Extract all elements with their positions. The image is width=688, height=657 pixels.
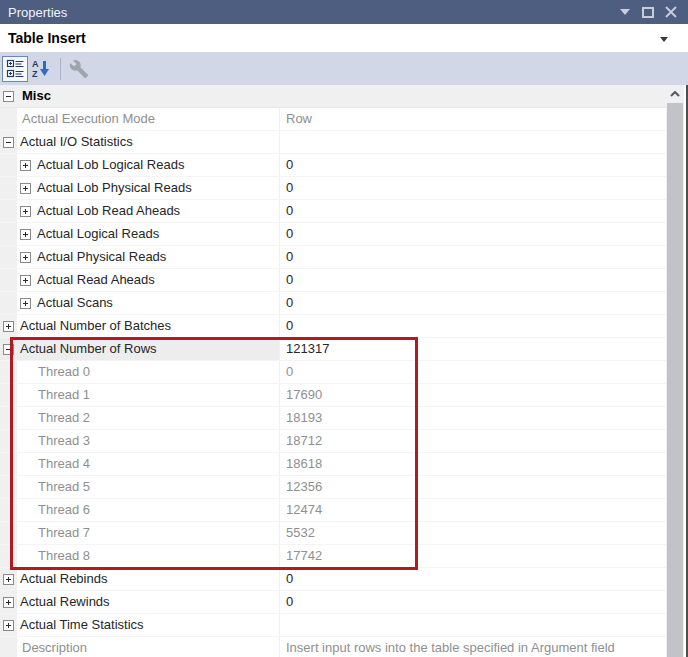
property-name: Actual Rewinds [0, 591, 280, 613]
property-value[interactable]: 17690 [281, 384, 666, 406]
property-row[interactable]: Actual Read Aheads0 [0, 269, 666, 292]
property-row[interactable]: Thread 418618 [0, 453, 666, 476]
property-value[interactable]: 17742 [281, 545, 666, 567]
property-row[interactable]: Thread 318712 [0, 430, 666, 453]
property-name: Thread 7 [0, 522, 280, 544]
property-row[interactable]: Thread 00 [0, 361, 666, 384]
property-value[interactable]: 18193 [281, 407, 666, 429]
property-row[interactable]: Thread 817742 [0, 545, 666, 568]
expand-icon[interactable] [3, 597, 14, 608]
property-value[interactable]: 121317 [281, 338, 666, 360]
property-value[interactable]: 0 [281, 568, 666, 590]
property-row[interactable]: Thread 218193 [0, 407, 666, 430]
property-row[interactable]: Actual Execution ModeRow [0, 108, 666, 131]
property-row[interactable]: DescriptionInsert input rows into the ta… [0, 637, 666, 657]
svg-text:Z: Z [32, 69, 38, 78]
property-value[interactable]: 0 [281, 591, 666, 613]
property-row[interactable]: Actual Rebinds0 [0, 568, 666, 591]
panel-titlebar[interactable]: Properties [0, 0, 688, 24]
property-name: Thread 0 [0, 361, 280, 383]
property-value[interactable]: 0 [281, 177, 666, 199]
property-row[interactable]: Thread 117690 [0, 384, 666, 407]
property-name: Thread 2 [0, 407, 280, 429]
property-value[interactable]: 0 [281, 223, 666, 245]
expand-icon[interactable] [20, 160, 31, 171]
property-row[interactable]: Thread 512356 [0, 476, 666, 499]
property-name: Thread 5 [0, 476, 280, 498]
property-value[interactable]: 0 [281, 154, 666, 176]
scroll-up-button[interactable] [666, 85, 684, 102]
object-selector[interactable]: Table Insert [0, 24, 688, 52]
property-grid: MiscActual Execution ModeRowActual I/O S… [0, 85, 666, 657]
expand-icon[interactable] [20, 252, 31, 263]
expand-icon[interactable] [20, 229, 31, 240]
expand-icon[interactable] [3, 574, 14, 585]
property-value[interactable]: 0 [281, 292, 666, 314]
panel-title: Properties [0, 5, 67, 20]
expand-icon[interactable] [20, 206, 31, 217]
window-menu-chevron-down-icon[interactable] [618, 5, 632, 19]
collapse-icon[interactable] [3, 344, 14, 355]
property-row[interactable]: Actual Lob Physical Reads0 [0, 177, 666, 200]
property-name: Actual Rebinds [0, 568, 280, 590]
expand-icon[interactable] [3, 321, 14, 332]
property-row[interactable]: Actual Lob Logical Reads0 [0, 154, 666, 177]
property-value[interactable]: 12474 [281, 499, 666, 521]
titlebar-controls [618, 5, 688, 19]
vertical-scrollbar[interactable] [666, 85, 684, 657]
property-value[interactable]: Row [281, 108, 666, 130]
close-icon[interactable] [664, 5, 678, 19]
property-row[interactable]: Thread 75532 [0, 522, 666, 545]
property-value[interactable]: 0 [281, 269, 666, 291]
property-value[interactable]: 0 [281, 200, 666, 222]
property-value[interactable]: 18712 [281, 430, 666, 452]
property-value[interactable] [281, 614, 666, 636]
property-value[interactable]: Insert input rows into the table specifi… [281, 637, 666, 657]
property-row[interactable]: Actual Time Statistics [0, 614, 666, 637]
property-row[interactable]: Actual Rewinds0 [0, 591, 666, 614]
property-name: Actual Physical Reads [0, 246, 280, 268]
property-value[interactable]: 5532 [281, 522, 666, 544]
property-row[interactable]: Actual Logical Reads0 [0, 223, 666, 246]
property-name: Thread 6 [0, 499, 280, 521]
grid-rows: MiscActual Execution ModeRowActual I/O S… [0, 85, 666, 657]
collapse-icon[interactable] [3, 91, 14, 102]
expand-icon[interactable] [20, 275, 31, 286]
property-value[interactable]: 18618 [281, 453, 666, 475]
category-row[interactable]: Misc [0, 85, 666, 108]
category-label: Misc [0, 85, 666, 107]
property-name: Actual Lob Logical Reads [0, 154, 280, 176]
property-row[interactable]: Actual Number of Batches0 [0, 315, 666, 338]
svg-text:A: A [32, 59, 39, 69]
alphabetical-sort-button[interactable]: A Z [28, 56, 54, 82]
expand-icon[interactable] [20, 298, 31, 309]
maximize-icon[interactable] [641, 5, 655, 19]
property-name: Thread 4 [0, 453, 280, 475]
scrollbar-thumb[interactable] [667, 103, 683, 657]
property-value[interactable]: 0 [281, 315, 666, 337]
property-value[interactable]: 12356 [281, 476, 666, 498]
property-name: Thread 8 [0, 545, 280, 567]
property-name: Actual I/O Statistics [0, 131, 280, 153]
property-value[interactable]: 0 [281, 361, 666, 383]
property-row[interactable]: Actual Number of Rows121317 [0, 338, 666, 361]
property-pages-button[interactable] [66, 56, 92, 82]
selected-object-label: Table Insert [0, 30, 86, 46]
property-row[interactable]: Actual Scans0 [0, 292, 666, 315]
property-name: Description [0, 637, 280, 657]
selector-chevron-down-icon[interactable] [660, 37, 668, 42]
property-name: Thread 1 [0, 384, 280, 406]
property-name: Actual Logical Reads [0, 223, 280, 245]
property-value[interactable] [281, 131, 666, 153]
expand-icon[interactable] [20, 183, 31, 194]
property-row[interactable]: Actual I/O Statistics [0, 131, 666, 154]
property-name: Actual Read Aheads [0, 269, 280, 291]
collapse-icon[interactable] [3, 137, 14, 148]
toolbar-separator [60, 58, 61, 80]
property-row[interactable]: Actual Lob Read Aheads0 [0, 200, 666, 223]
property-row[interactable]: Thread 612474 [0, 499, 666, 522]
property-row[interactable]: Actual Physical Reads0 [0, 246, 666, 269]
expand-icon[interactable] [3, 620, 14, 631]
categorized-button[interactable] [2, 56, 28, 82]
property-value[interactable]: 0 [281, 246, 666, 268]
